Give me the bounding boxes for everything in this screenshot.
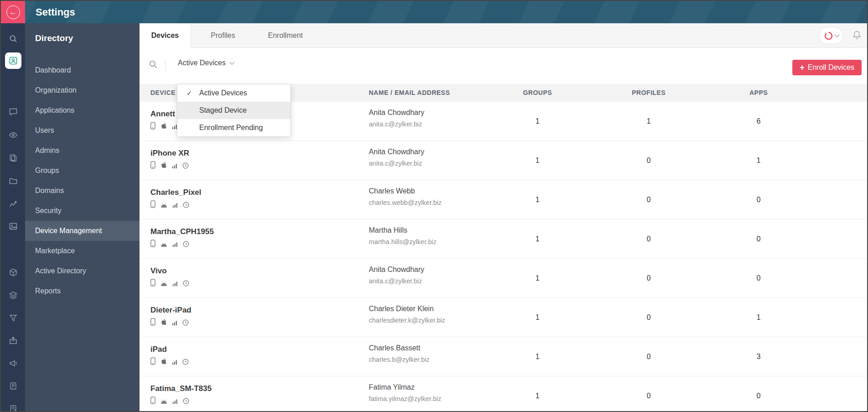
profiles-count: 0 — [647, 313, 651, 322]
column-header-apps: APPS — [749, 84, 768, 102]
tab-profiles[interactable]: Profiles — [198, 23, 248, 48]
sidebar-item-domains[interactable]: Domains — [25, 181, 140, 201]
owner-cell: Anita Chowdhary anita.c@zylker.biz — [369, 266, 424, 285]
apple-icon — [160, 357, 167, 367]
owner-name: Anita Chowdhary — [369, 148, 424, 156]
table-row[interactable]: Martha_CPH1955 Martha Hills martha.hills… — [140, 219, 867, 259]
device-cell: Fatima_SM-T835 — [150, 384, 212, 406]
sidebar-title: Directory — [35, 33, 73, 43]
notifications-button[interactable] — [851, 30, 863, 43]
column-header-groups: GROUPS — [523, 84, 552, 102]
clock-icon — [182, 162, 189, 171]
back-button[interactable]: ← — [1, 1, 25, 23]
dropdown-item-staged-device[interactable]: Staged Device — [177, 102, 290, 119]
eye-icon[interactable] — [9, 130, 18, 140]
sidebar-item-organization[interactable]: Organization — [25, 80, 140, 100]
account-menu-button[interactable] — [819, 27, 843, 44]
sidebar-item-dashboard[interactable]: Dashboard — [25, 60, 140, 80]
enroll-devices-label: Enroll Devices — [808, 63, 854, 72]
table-row[interactable]: iPhone XR Anita Chowdhary anita.c@zylker… — [140, 141, 867, 180]
dropdown-item-active-devices[interactable]: ✓ Active Devices — [177, 84, 290, 102]
sidebar-item-admins[interactable]: Admins — [25, 141, 140, 161]
device-icons — [150, 162, 189, 171]
table-row[interactable]: Dieter-iPad Charles Dieter Klein charles… — [140, 298, 867, 337]
layers-icon[interactable] — [9, 291, 18, 300]
cube-icon[interactable] — [9, 268, 18, 277]
table-search-button[interactable] — [149, 60, 158, 71]
owner-cell: Charles Bassett charles.b@zylker.biz — [369, 344, 429, 363]
profiles-count: 0 — [647, 274, 651, 282]
android-icon — [160, 202, 167, 210]
device-table: Annett Anita Chowdhary anita.c@zylker.bi… — [140, 102, 867, 411]
table-row[interactable]: iPad Charles Bassett charles.b@zylker.bi… — [140, 337, 867, 376]
apps-count: 0 — [757, 274, 761, 282]
sidebar-item-applications[interactable]: Applications — [25, 100, 140, 120]
pages-icon[interactable] — [9, 154, 17, 162]
sidebar-menu: Dashboard Organization Applications User… — [25, 60, 140, 301]
dropdown-item-label: Enrollment Pending — [199, 124, 263, 131]
groups-count: 1 — [536, 196, 540, 204]
notes-icon[interactable] — [9, 405, 17, 412]
owner-cell: Martha Hills martha.hills@zylker.biz — [369, 226, 436, 245]
device-name: Fatima_SM-T835 — [150, 384, 212, 393]
device-icons — [150, 398, 212, 406]
package-icon[interactable] — [9, 336, 18, 345]
sidebar-item-marketplace[interactable]: Marketplace — [25, 241, 140, 261]
top-bar: ← Settings — [1, 1, 867, 23]
table-row[interactable]: Vivo Anita Chowdhary anita.c@zylker.biz … — [140, 259, 867, 298]
signal-icon — [172, 162, 177, 171]
owner-name: Anita Chowdhary — [369, 266, 424, 274]
apple-icon — [160, 318, 167, 328]
sidebar-item-device-management[interactable]: Device Management — [25, 221, 140, 241]
directory-app-icon[interactable] — [5, 52, 21, 69]
arrow-left-icon: ← — [6, 5, 20, 19]
profiles-count: 0 — [647, 156, 651, 165]
tab-enrollment[interactable]: Enrollment — [254, 23, 316, 48]
sidebar-item-groups[interactable]: Groups — [25, 161, 140, 181]
device-name: Vivo — [150, 266, 189, 276]
device-filter-dropdown-menu: ✓ Active Devices Staged Device Enrollmen… — [177, 84, 291, 137]
tab-devices[interactable]: Devices — [140, 23, 191, 48]
table-row[interactable]: Fatima_SM-T835 Fatima Yilmaz fatima.yilm… — [140, 376, 867, 411]
phone-icon — [150, 161, 155, 171]
table-row[interactable]: Charles_Pixel Charles Webb charles.webb@… — [140, 180, 867, 219]
dropdown-item-label: Staged Device — [199, 106, 247, 114]
device-cell: Dieter-iPad — [150, 306, 191, 328]
megaphone-icon[interactable] — [9, 359, 18, 368]
form-icon[interactable] — [9, 382, 17, 390]
sidebar-item-users[interactable]: Users — [25, 120, 140, 141]
groups-count: 1 — [536, 156, 540, 165]
chat-icon[interactable] — [9, 107, 18, 116]
android-icon — [160, 241, 167, 249]
plus-icon: + — [800, 63, 805, 72]
account-logo-icon — [824, 31, 833, 41]
settings-window: ← Settings Directory Dashboard Organizat… — [0, 0, 868, 412]
clock-icon — [182, 319, 189, 328]
bell-icon — [851, 30, 863, 41]
device-cell: Charles_Pixel — [150, 188, 202, 210]
owner-email: anita.c@zylker.biz — [369, 277, 424, 285]
chart-icon[interactable] — [9, 199, 18, 208]
filter-icon[interactable] — [9, 314, 17, 323]
apple-icon — [160, 161, 167, 171]
owner-cell: Charles Webb charles.webb@zylker.biz — [369, 187, 442, 206]
sidebar-item-reports[interactable]: Reports — [25, 281, 140, 301]
owner-name: Charles Webb — [369, 187, 442, 195]
owner-email: fatima.yilmaz@zylker.biz — [369, 395, 441, 402]
device-icons — [150, 359, 189, 367]
device-filter-dropdown-trigger[interactable]: Active Devices — [178, 59, 234, 67]
clock-icon — [183, 202, 189, 210]
clock-icon — [183, 241, 189, 249]
page-title: Settings — [36, 1, 75, 23]
apps-count: 1 — [757, 313, 761, 322]
gallery-icon[interactable] — [9, 222, 18, 231]
enroll-devices-button[interactable]: + Enroll Devices — [792, 60, 862, 75]
device-icons — [150, 202, 202, 210]
sidebar-item-active-directory[interactable]: Active Directory — [25, 261, 140, 281]
device-icons — [150, 241, 214, 249]
main-content: Devices Profiles Enrollment Active Devic… — [140, 23, 867, 411]
search-icon[interactable] — [9, 35, 17, 43]
folder-icon[interactable] — [9, 177, 18, 186]
sidebar-item-security[interactable]: Security — [25, 201, 140, 221]
dropdown-item-enrollment-pending[interactable]: Enrollment Pending — [177, 119, 290, 136]
